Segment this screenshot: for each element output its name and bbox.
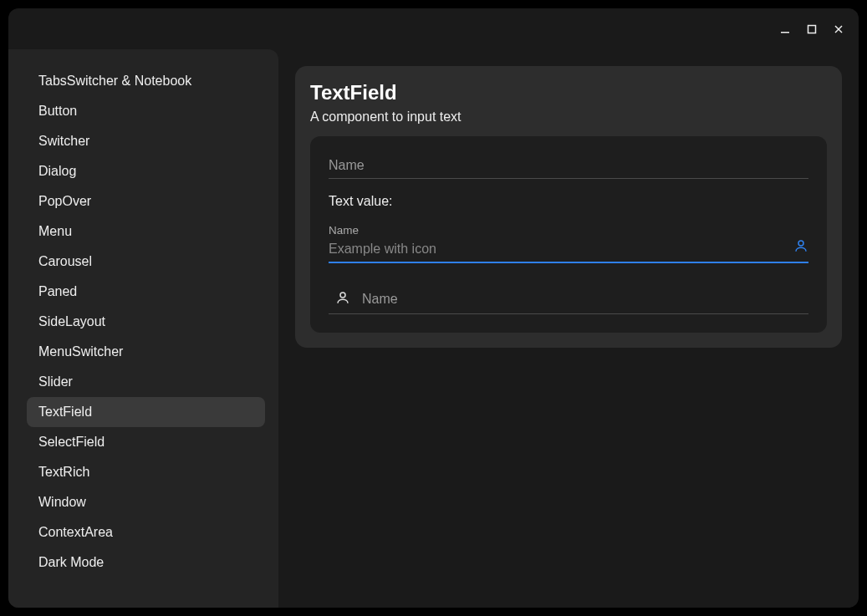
svg-rect-1: [808, 25, 816, 33]
sidebar-item-label: TextRich: [38, 465, 89, 480]
page-subtitle: A component to input text: [310, 109, 827, 125]
sidebar: TabsSwitcher & NotebookButtonSwitcherDia…: [8, 49, 278, 608]
demo-panel: Text value: Name: [310, 136, 827, 333]
sidebar-item-contextarea[interactable]: ContextArea: [27, 517, 265, 547]
sidebar-item-button[interactable]: Button: [27, 96, 265, 126]
sidebar-item-textfield[interactable]: TextField: [27, 397, 265, 427]
textfield-icon-left-row: [329, 285, 808, 314]
sidebar-item-label: TextField: [38, 405, 92, 420]
titlebar: [8, 8, 859, 49]
sidebar-item-label: ContextArea: [38, 525, 113, 540]
sidebar-item-tabsswitcher-notebook[interactable]: TabsSwitcher & Notebook: [27, 66, 265, 96]
sidebar-item-slider[interactable]: Slider: [27, 367, 265, 397]
person-icon: [335, 290, 350, 308]
sidebar-item-label: Carousel: [38, 254, 92, 269]
sidebar-item-label: MenuSwitcher: [38, 344, 123, 359]
sidebar-item-carousel[interactable]: Carousel: [27, 247, 265, 277]
minimize-button[interactable]: [773, 18, 797, 41]
sidebar-item-textrich[interactable]: TextRich: [27, 457, 265, 487]
body: TabsSwitcher & NotebookButtonSwitcherDia…: [8, 49, 859, 608]
sidebar-item-dialog[interactable]: Dialog: [27, 156, 265, 186]
sidebar-item-label: PopOver: [38, 194, 91, 209]
maximize-icon: [806, 23, 818, 35]
main-content: TextField A component to input text Text…: [278, 49, 859, 608]
sidebar-item-label: Button: [38, 104, 77, 119]
sidebar-item-popover[interactable]: PopOver: [27, 186, 265, 216]
sidebar-item-label: Dark Mode: [38, 555, 104, 570]
demo-card: TextField A component to input text Text…: [295, 66, 842, 348]
close-icon: [833, 23, 844, 35]
textfield-icon-left[interactable]: [362, 292, 808, 307]
sidebar-item-label: Slider: [38, 374, 73, 389]
text-value-label: Text value:: [329, 194, 808, 209]
person-outline-icon: [793, 238, 808, 257]
textfield-basic[interactable]: [329, 151, 808, 179]
maximize-button[interactable]: [800, 18, 824, 41]
textfield-label: Name: [329, 224, 808, 237]
textfield-basic-row: [329, 151, 808, 179]
window: TabsSwitcher & NotebookButtonSwitcherDia…: [8, 8, 859, 608]
sidebar-item-label: TabsSwitcher & Notebook: [38, 74, 191, 89]
sidebar-item-label: Window: [38, 495, 86, 510]
textfield-icon-right-row: Name: [329, 224, 808, 263]
sidebar-item-label: Menu: [38, 224, 72, 239]
sidebar-item-switcher[interactable]: Switcher: [27, 126, 265, 156]
sidebar-item-label: SideLayout: [38, 314, 105, 329]
sidebar-item-label: Dialog: [38, 164, 76, 179]
sidebar-item-dark-mode[interactable]: Dark Mode: [27, 547, 265, 578]
sidebar-item-label: Switcher: [38, 134, 89, 149]
sidebar-item-paned[interactable]: Paned: [27, 277, 265, 307]
sidebar-item-label: SelectField: [38, 435, 105, 450]
sidebar-item-menu[interactable]: Menu: [27, 216, 265, 247]
sidebar-item-menuswitcher[interactable]: MenuSwitcher: [27, 337, 265, 367]
minimize-icon: [779, 23, 791, 35]
textfield-icon-right[interactable]: [329, 238, 808, 263]
svg-rect-0: [781, 32, 789, 33]
svg-point-5: [340, 293, 345, 298]
svg-point-4: [798, 241, 803, 246]
sidebar-item-sidelayout[interactable]: SideLayout: [27, 307, 265, 337]
sidebar-item-window[interactable]: Window: [27, 487, 265, 517]
page-title: TextField: [310, 81, 827, 104]
close-button[interactable]: [827, 18, 850, 41]
sidebar-item-label: Paned: [38, 284, 77, 299]
sidebar-item-selectfield[interactable]: SelectField: [27, 427, 265, 457]
